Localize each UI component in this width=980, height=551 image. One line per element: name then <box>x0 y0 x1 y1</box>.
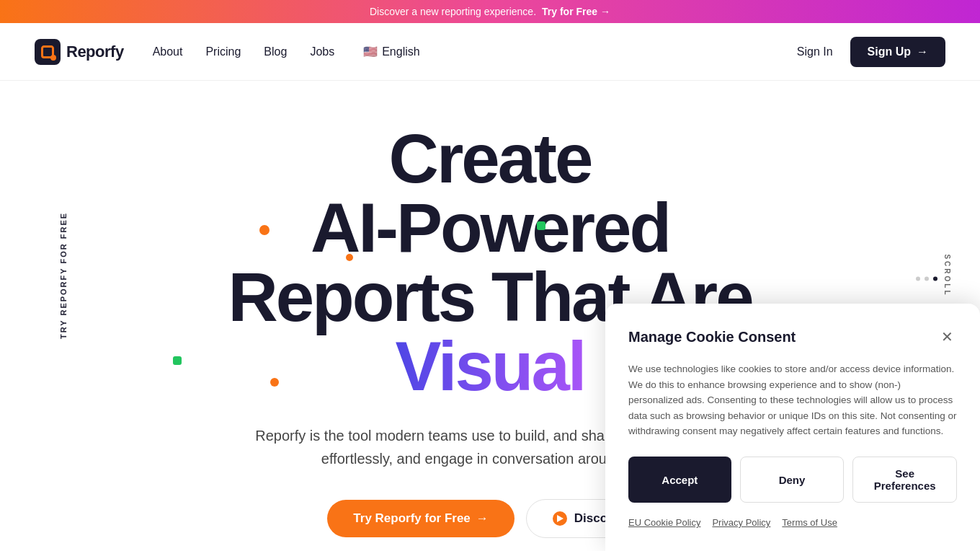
decorative-dot-orange-3 <box>270 378 279 387</box>
cookie-actions: Accept Deny See Preferences <box>628 457 957 503</box>
cookie-header: Manage Cookie Consent ✕ <box>628 327 957 347</box>
decorative-dot-orange-2 <box>346 254 353 261</box>
language-selector[interactable]: 🇺🇸 English <box>363 45 419 58</box>
eu-cookie-policy-link[interactable]: EU Cookie Policy <box>628 517 700 528</box>
announcement-cta[interactable]: Try for Free → <box>542 6 610 17</box>
sign-up-button[interactable]: Sign Up → <box>850 37 945 67</box>
cookie-body-text: We use technologies like cookies to stor… <box>628 361 957 439</box>
nav-about[interactable]: About <box>153 45 183 58</box>
logo-icon <box>35 39 61 65</box>
hero-line4: Visual <box>395 327 584 405</box>
cookie-deny-button[interactable]: Deny <box>740 457 845 503</box>
sign-in-button[interactable]: Sign In <box>797 45 833 58</box>
nav-pricing[interactable]: Pricing <box>205 45 241 58</box>
hero-line2: AI-Powered <box>311 189 669 266</box>
announcement-bar: Discover a new reporting experience. Try… <box>0 0 980 23</box>
decorative-dot-green <box>537 221 545 230</box>
cookie-see-preferences-button[interactable]: See Preferences <box>852 457 957 503</box>
navbar-right: Sign In Sign Up → <box>797 37 945 67</box>
cookie-accept-button[interactable]: Accept <box>628 457 731 503</box>
privacy-policy-link[interactable]: Privacy Policy <box>712 517 770 528</box>
cookie-title: Manage Cookie Consent <box>628 329 796 345</box>
nav-jobs[interactable]: Jobs <box>310 45 334 58</box>
logo[interactable]: Reporfy <box>35 39 124 65</box>
decorative-dot-orange-1 <box>259 225 270 235</box>
nav-links: About Pricing Blog Jobs <box>153 45 335 58</box>
cookie-footer-links: EU Cookie Policy Privacy Policy Terms of… <box>628 517 957 528</box>
terms-of-use-link[interactable]: Terms of Use <box>782 517 837 528</box>
hero-line1: Create <box>389 120 592 197</box>
lang-flag: 🇺🇸 <box>363 45 378 58</box>
navbar-left: Reporfy About Pricing Blog Jobs 🇺🇸 Engli… <box>35 39 420 65</box>
decorative-dot-green-2 <box>173 356 182 365</box>
cookie-consent-dialog: Manage Cookie Consent ✕ We use technolog… <box>605 304 980 551</box>
cta-primary-button[interactable]: Try Reporfy for Free → <box>327 500 514 537</box>
nav-blog[interactable]: Blog <box>264 45 287 58</box>
lang-label: English <box>382 45 419 58</box>
play-icon <box>553 511 567 526</box>
logo-text: Reporfy <box>66 43 124 61</box>
navbar: Reporfy About Pricing Blog Jobs 🇺🇸 Engli… <box>0 23 980 81</box>
cookie-close-button[interactable]: ✕ <box>937 327 957 347</box>
announcement-text: Discover a new reporting experience. <box>370 6 536 17</box>
